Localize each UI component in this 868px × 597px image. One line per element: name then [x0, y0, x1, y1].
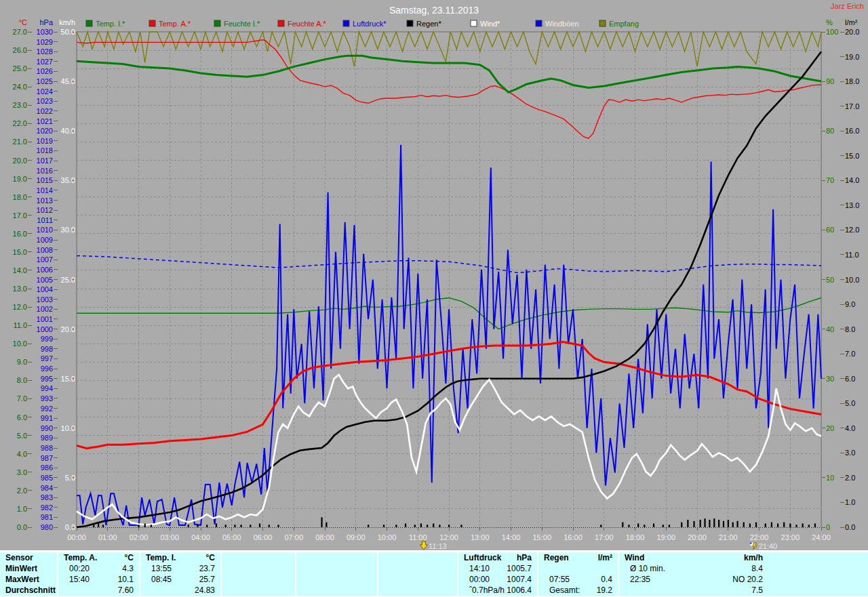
temp-axis-label: 24.0	[13, 83, 27, 91]
temp-a-row-1: 00:204.3	[58, 563, 139, 574]
empty-1-time	[222, 563, 233, 574]
luftdruck-unit: hPa	[517, 552, 537, 563]
hpa-axis-label: 1008	[37, 246, 53, 254]
stats-table: SensorMinWertMaxWertDurchschnittTemp. A.…	[0, 550, 868, 597]
chart-legend: Temp. I.*Temp. A.*Feuchte I.*Feuchte A.*…	[86, 20, 639, 28]
legend-item-empfang[interactable]: Empfang	[599, 20, 639, 28]
empty-3-time	[378, 563, 389, 574]
rain-bar	[269, 524, 270, 527]
temp-i-value: 23.7	[199, 563, 220, 574]
rain-bar	[723, 521, 724, 527]
luftdruck-header-row: LuftdruckhPa	[458, 552, 537, 563]
rain-bar	[151, 524, 152, 527]
wind-value: NO 20.2	[732, 574, 768, 585]
rain-bar	[736, 521, 738, 527]
temp-axis-label: 21.0	[13, 138, 27, 146]
hpa-axis-label: 1023	[37, 97, 53, 105]
marker-time-label: 21:40	[759, 542, 778, 550]
temp-axis-label: 4.0	[17, 450, 27, 458]
legend-item-windboeen[interactable]: Windböen	[536, 20, 579, 28]
temp-a-header-row: Temp. A.°C	[58, 552, 139, 563]
rain-bar	[326, 522, 327, 527]
pct-axis-label: 70	[826, 176, 834, 184]
empty-2-header	[296, 552, 302, 563]
temp-i-header-row: Temp. I.°C	[140, 552, 220, 563]
pct-axis-label: 50	[826, 276, 834, 284]
rain-bar	[405, 524, 406, 527]
temp-i-legend-swatch	[86, 20, 92, 26]
hpa-axis-label: 997	[41, 354, 53, 363]
x-axis-label: 16:00	[564, 533, 583, 541]
hpa-axis-label: 988	[41, 444, 53, 452]
hpa-axis-label: 1009	[37, 236, 53, 244]
temp-a-time	[58, 585, 69, 596]
hpa-axis-label: 1021	[37, 117, 53, 125]
lm2-axis-label: 9.0	[845, 300, 855, 308]
rain-bar	[427, 524, 428, 527]
temp-axis-label: 8.0	[17, 376, 27, 384]
regen-value: 0.4	[601, 574, 618, 585]
regen-header: Regen	[538, 552, 569, 563]
legend-item-feuchte-i[interactable]: Feuchte I.*	[214, 20, 260, 28]
empty-1-row-3	[222, 585, 295, 596]
temp-i-row-3: 24.83	[140, 585, 220, 596]
regen-row-2: 07:550.4	[538, 574, 618, 585]
lm2-axis-label: 6.0	[845, 375, 855, 383]
empty-1-header-row	[222, 552, 295, 563]
kmh-axis-label: 20.0	[61, 325, 75, 333]
lightning-icon	[753, 543, 757, 550]
legend-item-temp-i[interactable]: Temp. I.*	[86, 20, 125, 28]
stats-column-regen: Regenl/m²07:550.4Gesamt:19.2	[538, 552, 619, 596]
rain-bar	[802, 524, 804, 527]
empfang-legend-swatch	[599, 20, 606, 26]
luftdruck-time: 00:00	[458, 574, 490, 585]
regen-unit: l/m²	[598, 552, 618, 563]
rain-bar	[277, 524, 279, 527]
kmh-axis-label: 0.0	[65, 523, 75, 531]
stats-label-column: SensorMinWertMaxWertDurchschnitt	[0, 552, 58, 596]
hpa-axis-label: 1018	[37, 146, 53, 155]
lm2-axis-label: 14.0	[845, 176, 859, 184]
legend-item-feuchte-a[interactable]: Feuchte A.*	[278, 20, 327, 28]
empty-2-row-1	[296, 563, 377, 574]
x-axis-label: 05:00	[222, 533, 241, 541]
rain-bar	[622, 522, 623, 527]
rain-bar	[732, 522, 734, 527]
temp-axis-label: 16.0	[13, 230, 27, 238]
hpa-axis-label: 1027	[37, 58, 53, 66]
lm2-axis-label: 20.0	[845, 28, 859, 36]
legend-item-temp-a[interactable]: Temp. A.*	[149, 20, 191, 28]
legend-item-luftdruck[interactable]: Luftdruck*	[343, 20, 387, 28]
legend-item-wind[interactable]: Wind*	[471, 20, 500, 28]
rain-bar	[743, 522, 745, 527]
stats-column-empty-2	[296, 552, 378, 596]
x-axis-label: 10:00	[378, 533, 397, 541]
empty-1-row-1	[222, 563, 295, 574]
temp-axis-label: 12.0	[13, 303, 27, 311]
empty-2-time	[296, 585, 307, 596]
wind-row-3: 7.5	[619, 585, 768, 596]
lm2-axis-label: 10.0	[845, 276, 859, 284]
hpa-axis-label: 1025	[37, 77, 53, 85]
empty-1-value	[290, 585, 295, 596]
kmh-axis-label: 40.0	[61, 127, 75, 135]
hpa-axis-label: 1024	[37, 87, 53, 96]
pct-axis-label: 30	[826, 375, 834, 383]
kmh-axis-label: 35.0	[61, 176, 75, 184]
hpa-axis-label: 1001	[37, 315, 53, 323]
lm2-axis-label: 19.0	[845, 53, 859, 61]
lm2-axis-label: 1.0	[845, 498, 855, 506]
lm2-axis-label: 5.0	[845, 399, 855, 407]
hpa-axis-label: 1002	[37, 305, 53, 313]
rain-bar	[600, 524, 601, 527]
x-axis-label: 09:00	[347, 533, 366, 541]
page-title: Samstag, 23.11.2013	[389, 5, 479, 16]
empty-1-time	[222, 574, 233, 585]
rain-bar	[188, 524, 189, 527]
legend-item-regen[interactable]: Regen*	[407, 20, 441, 28]
rain-bar	[433, 524, 434, 527]
hpa-axis-label: 995	[41, 375, 53, 383]
rain-bar	[783, 522, 785, 527]
hpa-axis-label: 1019	[37, 137, 53, 145]
hpa-axis-label: 990	[41, 424, 53, 432]
